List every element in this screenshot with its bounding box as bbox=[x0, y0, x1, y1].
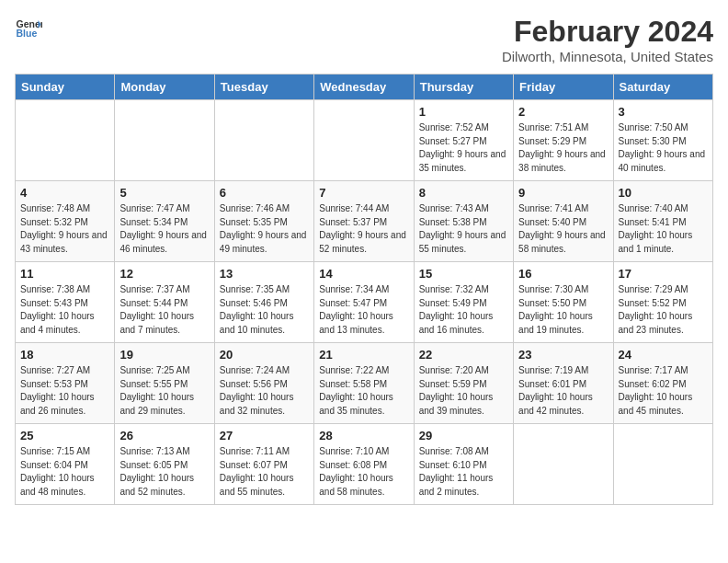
day-number: 13 bbox=[220, 267, 309, 281]
calendar-cell: 25Sunrise: 7:15 AM Sunset: 6:04 PM Dayli… bbox=[16, 424, 115, 505]
calendar-cell: 12Sunrise: 7:37 AM Sunset: 5:44 PM Dayli… bbox=[115, 262, 214, 343]
calendar-cell: 3Sunrise: 7:50 AM Sunset: 5:30 PM Daylig… bbox=[613, 100, 712, 181]
calendar-cell: 20Sunrise: 7:24 AM Sunset: 5:56 PM Dayli… bbox=[214, 343, 313, 424]
day-number: 23 bbox=[518, 348, 608, 362]
calendar-cell: 19Sunrise: 7:25 AM Sunset: 5:55 PM Dayli… bbox=[115, 343, 214, 424]
day-number: 22 bbox=[419, 348, 508, 362]
calendar-cell: 7Sunrise: 7:44 AM Sunset: 5:37 PM Daylig… bbox=[314, 181, 414, 262]
calendar-cell: 4Sunrise: 7:48 AM Sunset: 5:32 PM Daylig… bbox=[16, 181, 115, 262]
day-info: Sunrise: 7:38 AM Sunset: 5:43 PM Dayligh… bbox=[20, 283, 109, 337]
calendar-header-row: SundayMondayTuesdayWednesdayThursdayFrid… bbox=[16, 75, 713, 100]
day-info: Sunrise: 7:25 AM Sunset: 5:55 PM Dayligh… bbox=[119, 364, 209, 418]
day-number: 7 bbox=[319, 186, 408, 200]
day-of-week-header: Saturday bbox=[613, 75, 712, 100]
day-number: 18 bbox=[20, 348, 109, 362]
calendar-table: SundayMondayTuesdayWednesdayThursdayFrid… bbox=[15, 74, 713, 505]
day-of-week-header: Friday bbox=[514, 75, 613, 100]
day-number: 2 bbox=[518, 105, 608, 119]
calendar-cell bbox=[314, 100, 414, 181]
calendar-cell: 26Sunrise: 7:13 AM Sunset: 6:05 PM Dayli… bbox=[115, 424, 214, 505]
day-number: 5 bbox=[119, 186, 209, 200]
day-number: 29 bbox=[419, 429, 508, 442]
day-number: 19 bbox=[119, 348, 209, 362]
calendar-cell bbox=[16, 100, 115, 181]
day-number: 28 bbox=[319, 429, 408, 442]
calendar-cell: 11Sunrise: 7:38 AM Sunset: 5:43 PM Dayli… bbox=[16, 262, 115, 343]
calendar-cell: 1Sunrise: 7:52 AM Sunset: 5:27 PM Daylig… bbox=[414, 100, 513, 181]
calendar-cell: 27Sunrise: 7:11 AM Sunset: 6:07 PM Dayli… bbox=[214, 424, 313, 505]
day-info: Sunrise: 7:15 AM Sunset: 6:04 PM Dayligh… bbox=[20, 445, 109, 499]
logo: General Blue bbox=[15, 15, 42, 42]
calendar-cell bbox=[115, 100, 214, 181]
day-number: 16 bbox=[518, 267, 608, 281]
day-info: Sunrise: 7:37 AM Sunset: 5:44 PM Dayligh… bbox=[119, 283, 209, 337]
day-info: Sunrise: 7:24 AM Sunset: 5:56 PM Dayligh… bbox=[220, 364, 309, 418]
day-number: 6 bbox=[220, 186, 309, 200]
calendar-cell: 8Sunrise: 7:43 AM Sunset: 5:38 PM Daylig… bbox=[414, 181, 513, 262]
calendar-cell: 18Sunrise: 7:27 AM Sunset: 5:53 PM Dayli… bbox=[16, 343, 115, 424]
day-info: Sunrise: 7:40 AM Sunset: 5:41 PM Dayligh… bbox=[619, 202, 708, 256]
day-number: 25 bbox=[20, 429, 109, 442]
calendar-cell: 29Sunrise: 7:08 AM Sunset: 6:10 PM Dayli… bbox=[414, 424, 513, 505]
calendar-body: 1Sunrise: 7:52 AM Sunset: 5:27 PM Daylig… bbox=[16, 100, 713, 505]
day-number: 24 bbox=[619, 348, 708, 362]
day-of-week-header: Tuesday bbox=[214, 75, 313, 100]
day-number: 21 bbox=[319, 348, 408, 362]
calendar-cell: 9Sunrise: 7:41 AM Sunset: 5:40 PM Daylig… bbox=[514, 181, 613, 262]
calendar-cell: 6Sunrise: 7:46 AM Sunset: 5:35 PM Daylig… bbox=[214, 181, 313, 262]
day-number: 17 bbox=[619, 267, 708, 281]
day-info: Sunrise: 7:35 AM Sunset: 5:46 PM Dayligh… bbox=[220, 283, 309, 337]
calendar-cell bbox=[214, 100, 313, 181]
calendar-cell: 16Sunrise: 7:30 AM Sunset: 5:50 PM Dayli… bbox=[514, 262, 613, 343]
calendar-cell: 28Sunrise: 7:10 AM Sunset: 6:08 PM Dayli… bbox=[314, 424, 414, 505]
day-of-week-header: Monday bbox=[115, 75, 214, 100]
main-title: February 2024 bbox=[502, 15, 713, 49]
day-info: Sunrise: 7:44 AM Sunset: 5:37 PM Dayligh… bbox=[319, 202, 408, 256]
calendar-cell: 10Sunrise: 7:40 AM Sunset: 5:41 PM Dayli… bbox=[613, 181, 712, 262]
calendar-week-row: 11Sunrise: 7:38 AM Sunset: 5:43 PM Dayli… bbox=[16, 262, 713, 343]
day-of-week-header: Sunday bbox=[16, 75, 115, 100]
calendar-week-row: 18Sunrise: 7:27 AM Sunset: 5:53 PM Dayli… bbox=[16, 343, 713, 424]
calendar-cell: 15Sunrise: 7:32 AM Sunset: 5:49 PM Dayli… bbox=[414, 262, 513, 343]
day-number: 9 bbox=[518, 186, 608, 200]
calendar-cell bbox=[514, 424, 613, 505]
day-number: 12 bbox=[119, 267, 209, 281]
day-number: 26 bbox=[119, 429, 209, 442]
subtitle: Dilworth, Minnesota, United States bbox=[502, 49, 713, 64]
calendar-cell: 14Sunrise: 7:34 AM Sunset: 5:47 PM Dayli… bbox=[314, 262, 414, 343]
day-info: Sunrise: 7:32 AM Sunset: 5:49 PM Dayligh… bbox=[419, 283, 508, 337]
day-info: Sunrise: 7:43 AM Sunset: 5:38 PM Dayligh… bbox=[419, 202, 508, 256]
day-of-week-header: Thursday bbox=[414, 75, 513, 100]
calendar-cell bbox=[613, 424, 712, 505]
day-info: Sunrise: 7:50 AM Sunset: 5:30 PM Dayligh… bbox=[619, 121, 708, 175]
day-number: 11 bbox=[20, 267, 109, 281]
logo-icon: General Blue bbox=[15, 15, 42, 42]
day-number: 27 bbox=[220, 429, 309, 442]
calendar-week-row: 1Sunrise: 7:52 AM Sunset: 5:27 PM Daylig… bbox=[16, 100, 713, 181]
day-info: Sunrise: 7:19 AM Sunset: 6:01 PM Dayligh… bbox=[518, 364, 608, 418]
day-info: Sunrise: 7:48 AM Sunset: 5:32 PM Dayligh… bbox=[20, 202, 109, 256]
day-info: Sunrise: 7:34 AM Sunset: 5:47 PM Dayligh… bbox=[319, 283, 408, 337]
svg-text:Blue: Blue bbox=[17, 28, 38, 39]
day-info: Sunrise: 7:13 AM Sunset: 6:05 PM Dayligh… bbox=[119, 445, 209, 499]
day-of-week-header: Wednesday bbox=[314, 75, 414, 100]
calendar-cell: 5Sunrise: 7:47 AM Sunset: 5:34 PM Daylig… bbox=[115, 181, 214, 262]
calendar-cell: 24Sunrise: 7:17 AM Sunset: 6:02 PM Dayli… bbox=[613, 343, 712, 424]
calendar-cell: 13Sunrise: 7:35 AM Sunset: 5:46 PM Dayli… bbox=[214, 262, 313, 343]
day-number: 8 bbox=[419, 186, 508, 200]
calendar-cell: 17Sunrise: 7:29 AM Sunset: 5:52 PM Dayli… bbox=[613, 262, 712, 343]
day-info: Sunrise: 7:27 AM Sunset: 5:53 PM Dayligh… bbox=[20, 364, 109, 418]
calendar-cell: 21Sunrise: 7:22 AM Sunset: 5:58 PM Dayli… bbox=[314, 343, 414, 424]
calendar-week-row: 25Sunrise: 7:15 AM Sunset: 6:04 PM Dayli… bbox=[16, 424, 713, 505]
day-info: Sunrise: 7:47 AM Sunset: 5:34 PM Dayligh… bbox=[119, 202, 209, 256]
calendar-week-row: 4Sunrise: 7:48 AM Sunset: 5:32 PM Daylig… bbox=[16, 181, 713, 262]
day-number: 14 bbox=[319, 267, 408, 281]
day-number: 15 bbox=[419, 267, 508, 281]
day-info: Sunrise: 7:52 AM Sunset: 5:27 PM Dayligh… bbox=[419, 121, 508, 175]
day-number: 1 bbox=[419, 105, 508, 119]
day-info: Sunrise: 7:17 AM Sunset: 6:02 PM Dayligh… bbox=[619, 364, 708, 418]
day-number: 20 bbox=[220, 348, 309, 362]
day-info: Sunrise: 7:51 AM Sunset: 5:29 PM Dayligh… bbox=[518, 121, 608, 175]
day-info: Sunrise: 7:08 AM Sunset: 6:10 PM Dayligh… bbox=[419, 445, 508, 499]
day-info: Sunrise: 7:20 AM Sunset: 5:59 PM Dayligh… bbox=[419, 364, 508, 418]
